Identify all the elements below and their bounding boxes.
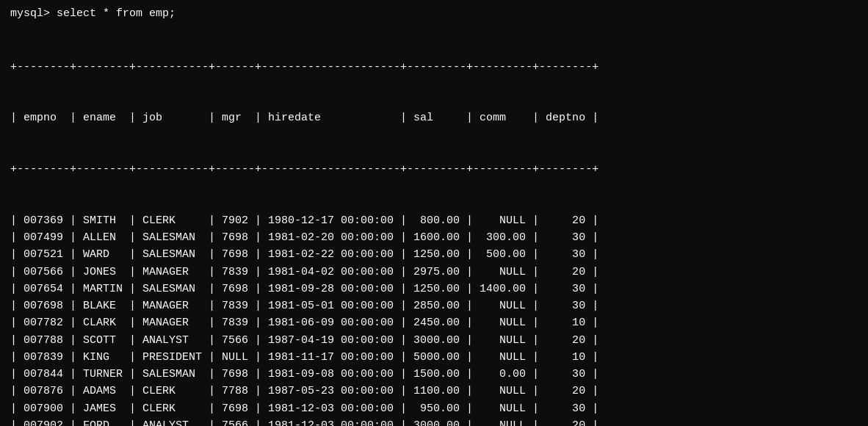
data-rows: | 007369 | SMITH | CLERK | 7902 | 1980-1…: [10, 212, 858, 426]
table-row: | 007902 | FORD | ANALYST | 7566 | 1981-…: [10, 417, 858, 426]
table-row: | 007566 | JONES | MANAGER | 7839 | 1981…: [10, 264, 858, 281]
table-row: | 007876 | ADAMS | CLERK | 7788 | 1987-0…: [10, 383, 858, 400]
header-row: | empno | ename | job | mgr | hiredate |…: [10, 109, 858, 126]
table-row: | 007698 | BLAKE | MANAGER | 7839 | 1981…: [10, 297, 858, 314]
sql-prompt: mysql> select * from emp;: [10, 7, 858, 20]
table-row: | 007654 | MARTIN | SALESMAN | 7698 | 19…: [10, 281, 858, 297]
table-row: | 007782 | CLARK | MANAGER | 7839 | 1981…: [10, 314, 858, 331]
terminal-window: mysql> select * from emp; +--------+----…: [10, 7, 858, 426]
table-row: | 007499 | ALLEN | SALESMAN | 7698 | 198…: [10, 229, 858, 246]
top-separator: +--------+--------+-----------+------+--…: [10, 59, 858, 76]
table-row: | 007369 | SMITH | CLERK | 7902 | 1980-1…: [10, 212, 858, 229]
table-row: | 007900 | JAMES | CLERK | 7698 | 1981-1…: [10, 400, 858, 417]
table-row: | 007521 | WARD | SALESMAN | 7698 | 1981…: [10, 246, 858, 263]
table-row: | 007844 | TURNER | SALESMAN | 7698 | 19…: [10, 366, 858, 383]
header-separator: +--------+--------+-----------+------+--…: [10, 161, 858, 178]
query-result: +--------+--------+-----------+------+--…: [10, 24, 858, 426]
table-row: | 007788 | SCOTT | ANALYST | 7566 | 1987…: [10, 332, 858, 349]
table-row: | 007839 | KING | PRESIDENT | NULL | 198…: [10, 349, 858, 366]
